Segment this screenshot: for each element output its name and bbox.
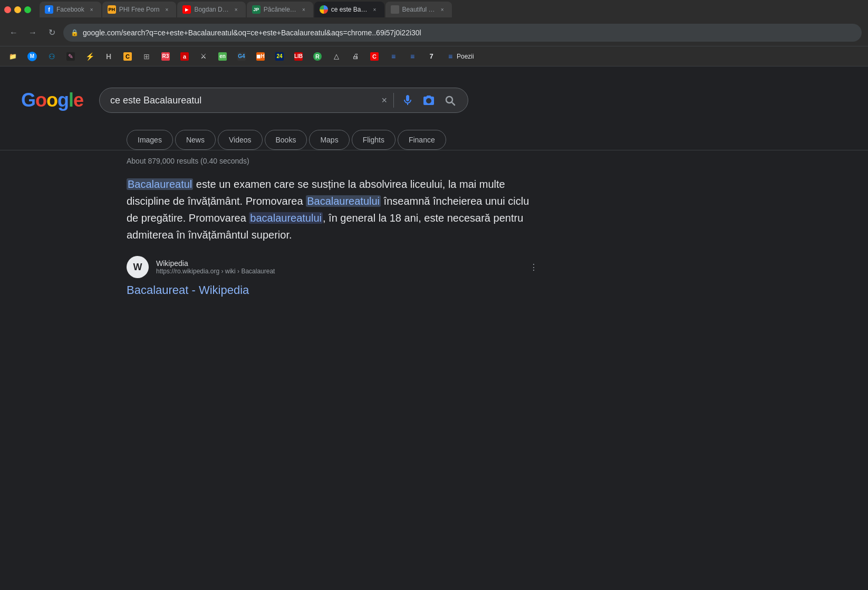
navbar: ← → ↻ 🔒 google.com/search?q=ce+este+Baca… bbox=[0, 19, 868, 46]
snippet-link-bacalaureatului-lower[interactable]: bacalaureatului bbox=[249, 212, 323, 224]
results-stats: About 879,000 results (0.40 seconds) bbox=[127, 157, 847, 165]
tab-bogdan[interactable]: ▶ Bogdan D… × bbox=[177, 2, 245, 17]
source-name: Wikipedia bbox=[156, 259, 522, 268]
bookmark-g4[interactable]: G4 bbox=[233, 51, 250, 62]
bookmark-c2[interactable]: C bbox=[366, 51, 383, 62]
tab-facebook[interactable]: f Facebook × bbox=[40, 2, 101, 17]
tab-label-bogdan: Bogdan D… bbox=[194, 6, 228, 13]
bmr-icon: R bbox=[313, 52, 322, 61]
snippet-text: Bacalaureatul este un examen care se sus… bbox=[127, 176, 538, 243]
filter-tab-maps[interactable]: Maps bbox=[309, 130, 349, 150]
bookmark-4[interactable]: ⚡ bbox=[81, 51, 98, 62]
lock-icon: 🔒 bbox=[71, 29, 79, 36]
logo-o1: o bbox=[35, 89, 46, 111]
tab-label-google: ce este Ba… bbox=[331, 6, 368, 13]
filter-tab-images[interactable]: Images bbox=[127, 130, 173, 150]
tabs-bar: f Facebook × PH PHI Free Porn × ▶ Bogdan… bbox=[40, 2, 864, 17]
bookmark-print[interactable]: 🖨 bbox=[347, 51, 364, 62]
bookmark-lines2[interactable]: ≡ bbox=[404, 51, 421, 62]
logo-l: l bbox=[69, 89, 73, 111]
featured-snippet: Bacalaureatul este un examen care se sus… bbox=[127, 176, 538, 243]
wikipedia-result-link[interactable]: Bacalaureat - Wikipedia bbox=[127, 283, 847, 297]
search-page: Google ce este Bacalaureatul × bbox=[0, 66, 868, 590]
search-box-container: ce este Bacalaureatul × bbox=[99, 88, 468, 113]
search-header: Google ce este Bacalaureatul × bbox=[0, 77, 868, 123]
bookmark-h[interactable]: H bbox=[100, 51, 117, 62]
bookmark-r[interactable]: R bbox=[309, 51, 326, 62]
bookmark-en[interactable]: en bbox=[214, 51, 231, 62]
bookmark-2[interactable]: ⚇ bbox=[43, 51, 60, 62]
filter-tab-finance[interactable]: Finance bbox=[398, 130, 446, 150]
back-button[interactable]: ← bbox=[6, 25, 21, 40]
bookmark-sword[interactable]: ⚔ bbox=[195, 51, 212, 62]
source-url: https://ro.wikipedia.org › wiki › Bacala… bbox=[156, 268, 522, 275]
bookmark-lines1[interactable]: ≡ bbox=[385, 51, 402, 62]
voice-search-button[interactable] bbox=[400, 93, 415, 108]
lens-search-button[interactable] bbox=[421, 93, 436, 108]
bmc2-icon: C bbox=[370, 52, 379, 61]
bm7-icon: 7 bbox=[427, 52, 436, 61]
bookmark-c[interactable]: C bbox=[119, 51, 136, 62]
search-clear-icon[interactable]: × bbox=[382, 95, 388, 106]
tab-beautiful[interactable]: Beautiful … × bbox=[385, 2, 452, 17]
bmg4-icon: G4 bbox=[237, 52, 246, 61]
address-bar[interactable]: 🔒 google.com/search?q=ce+este+Bacalaurea… bbox=[63, 24, 862, 42]
bmsword-icon: ⚔ bbox=[199, 52, 208, 61]
tab-favicon-pacanele: JP bbox=[252, 5, 261, 14]
bookmark-lib[interactable]: LIB bbox=[290, 51, 307, 62]
camera-icon bbox=[422, 94, 435, 107]
bmen-icon: en bbox=[218, 52, 227, 61]
search-box[interactable]: ce este Bacalaureatul × bbox=[99, 88, 468, 113]
tab-close-facebook[interactable]: × bbox=[88, 5, 96, 14]
bm4-icon: ⚡ bbox=[85, 52, 94, 61]
bookmark-meta[interactable]: M bbox=[23, 50, 41, 63]
bookmark-3[interactable]: ✎ bbox=[62, 51, 79, 62]
close-button[interactable] bbox=[4, 6, 11, 13]
source-info: Wikipedia https://ro.wikipedia.org › wik… bbox=[156, 259, 522, 275]
tab-close-freeporn[interactable]: × bbox=[162, 5, 171, 14]
source-more-button[interactable]: ⋮ bbox=[529, 262, 538, 272]
tab-google[interactable]: ce este Ba… × bbox=[314, 2, 384, 17]
tab-favicon-google bbox=[320, 5, 328, 14]
forward-button[interactable]: → bbox=[25, 25, 40, 40]
bookmark-r3[interactable]: R3 bbox=[157, 51, 174, 62]
bma-icon: a bbox=[180, 52, 189, 61]
bookmark-drive[interactable]: △ bbox=[328, 51, 345, 62]
filter-tab-books[interactable]: Books bbox=[265, 130, 307, 150]
snippet-link-bacalaureatul[interactable]: Bacalaureatul bbox=[127, 178, 193, 190]
fullscreen-button[interactable] bbox=[24, 6, 31, 13]
bmc-icon: C bbox=[123, 52, 132, 61]
bookmark-24[interactable]: 24 bbox=[271, 51, 288, 62]
tab-close-google[interactable]: × bbox=[371, 5, 379, 14]
bmpoezii-icon: ≡ bbox=[446, 52, 455, 61]
minimize-button[interactable] bbox=[14, 6, 21, 13]
filter-tab-news[interactable]: News bbox=[175, 130, 216, 150]
wikipedia-icon: W bbox=[127, 256, 149, 278]
bookmark-ch[interactable]: ◼H bbox=[252, 51, 269, 62]
meta-icon: M bbox=[27, 52, 37, 61]
snippet-link-bacalaureatului[interactable]: Bacalaureatului bbox=[306, 195, 381, 207]
bookmark-folder[interactable]: 📁 bbox=[4, 51, 21, 62]
tab-close-pacanele[interactable]: × bbox=[300, 5, 308, 14]
tab-freeporn[interactable]: PH PHI Free Porn × bbox=[102, 2, 177, 17]
tab-pacanele[interactable]: JP Păcănele… × bbox=[247, 2, 313, 17]
tab-label-beautiful: Beautiful … bbox=[402, 6, 435, 13]
tab-close-beautiful[interactable]: × bbox=[438, 5, 447, 14]
filter-tabs: Images News Videos Books Maps Flights Fi… bbox=[0, 123, 868, 150]
tab-favicon-freeporn: PH bbox=[108, 5, 116, 14]
search-submit-button[interactable] bbox=[442, 93, 457, 108]
bookmark-poezii-label: Poezii bbox=[457, 53, 474, 60]
search-divider bbox=[393, 93, 394, 108]
reload-button[interactable]: ↻ bbox=[44, 25, 59, 40]
bookmark-7[interactable]: 7 bbox=[423, 51, 440, 62]
bookmark-a[interactable]: a bbox=[176, 51, 193, 62]
bookmark-grid[interactable]: ⊞ bbox=[138, 51, 155, 62]
tab-close-bogdan[interactable]: × bbox=[232, 5, 240, 14]
logo-o2: o bbox=[46, 89, 57, 111]
wiki-icon-letter: W bbox=[133, 262, 142, 273]
tab-favicon-beautiful bbox=[391, 5, 399, 14]
filter-tab-videos[interactable]: Videos bbox=[218, 130, 263, 150]
tab-label-facebook: Facebook bbox=[56, 6, 84, 13]
bookmark-poezii[interactable]: ≡ Poezii bbox=[442, 51, 478, 62]
filter-tab-flights[interactable]: Flights bbox=[352, 130, 396, 150]
